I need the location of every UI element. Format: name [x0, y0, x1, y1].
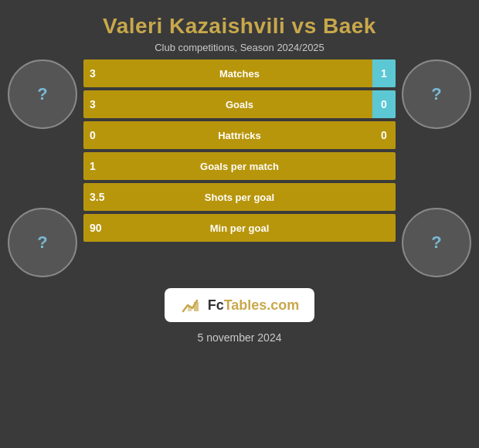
shots-per-goal-left-value: 3.5 — [90, 191, 104, 203]
player2-avatar-top: ? — [402, 59, 471, 129]
stats-column: 3 Matches 1 3 Goals 0 0 Hattricks 0 1 — [83, 59, 396, 242]
logo-box: FcTables.com — [165, 288, 315, 322]
min-per-goal-label: Min per goal — [210, 222, 270, 234]
stat-bar-hattricks: 0 Hattricks 0 — [83, 121, 396, 149]
player1-avatar-top: ? — [8, 59, 77, 129]
player2-avatar-bottom: ? — [402, 208, 471, 277]
player2-avatar-icon2: ? — [431, 232, 441, 253]
stat-row-shots-per-goal: 3.5 Shots per goal — [83, 183, 396, 211]
goals-label: Goals — [226, 99, 253, 110]
svg-rect-1 — [194, 302, 199, 311]
stat-row-min-per-goal: 90 Min per goal — [83, 214, 396, 242]
stat-bar-goals: 3 Goals 0 — [83, 90, 396, 118]
matches-left-value: 3 — [90, 67, 96, 80]
left-avatars: ? ? — [8, 59, 77, 277]
stat-bar-shots-per-goal: 3.5 Shots per goal — [83, 183, 396, 211]
shots-per-goal-label: Shots per goal — [205, 192, 274, 203]
matches-right-value: 1 — [372, 59, 396, 87]
match-date: 5 november 2024 — [198, 331, 282, 344]
svg-rect-2 — [188, 306, 192, 311]
fctables-logo-icon — [180, 294, 202, 316]
player1-avatar-bottom: ? — [8, 208, 77, 277]
hattricks-label: Hattricks — [218, 130, 261, 141]
matches-label: Matches — [219, 68, 260, 80]
header: Valeri Kazaishvili vs Baek Club competit… — [87, 0, 392, 59]
goals-per-match-left-value: 1 — [90, 160, 96, 172]
subtitle: Club competitions, Season 2024/2025 — [103, 42, 376, 53]
stat-bar-goals-per-match: 1 Goals per match — [83, 152, 396, 180]
stat-row-hattricks: 0 Hattricks 0 — [83, 121, 396, 149]
stat-row-goals-per-match: 1 Goals per match — [83, 152, 396, 180]
player1-avatar-icon: ? — [37, 84, 47, 104]
logo-section: FcTables.com 5 november 2024 — [165, 288, 315, 344]
stat-bar-matches: 3 Matches 1 — [83, 59, 396, 87]
page-title: Valeri Kazaishvili vs Baek — [103, 14, 376, 39]
right-avatars: ? ? — [402, 59, 471, 277]
player1-avatar-icon2: ? — [37, 232, 47, 253]
logo-text: FcTables.com — [208, 297, 300, 314]
stat-row-matches: 3 Matches 1 — [83, 59, 396, 87]
min-per-goal-left-value: 90 — [90, 222, 102, 234]
stat-row-goals: 3 Goals 0 — [83, 90, 396, 118]
stats-area: ? ? 3 Matches 1 3 Goals 0 0 Hattr — [0, 59, 479, 277]
goals-right-value: 0 — [372, 90, 396, 118]
hattricks-left-value: 0 — [90, 129, 96, 141]
player2-avatar-icon: ? — [431, 84, 441, 104]
hattricks-right-value: 0 — [372, 121, 396, 149]
goals-per-match-label: Goals per match — [200, 161, 279, 172]
goals-left-value: 3 — [90, 98, 96, 110]
stat-bar-min-per-goal: 90 Min per goal — [83, 214, 396, 242]
